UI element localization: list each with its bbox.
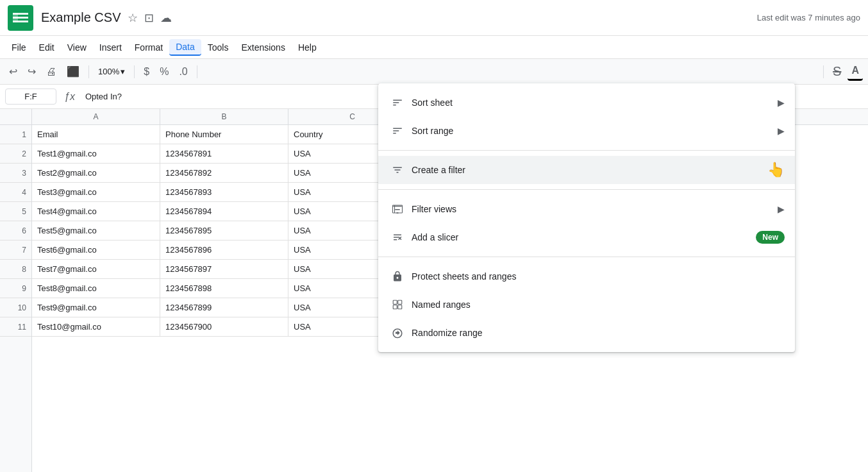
randomize-range-icon	[388, 327, 406, 339]
menu-view[interactable]: View	[61, 40, 93, 55]
menu-edit[interactable]: Edit	[33, 40, 61, 55]
cell-b9[interactable]: 1234567898	[160, 279, 288, 298]
row-3[interactable]: 3	[0, 164, 31, 183]
menu-item-sort-sheet[interactable]: Sort sheet ▶	[378, 88, 795, 117]
cell-b2[interactable]: 1234567891	[160, 144, 288, 164]
row-9[interactable]: 9	[0, 279, 31, 298]
sort-sheet-label: Sort sheet	[406, 97, 778, 108]
col-header-a[interactable]: A	[32, 109, 160, 124]
cell-a2[interactable]: Test1@gmail.co	[32, 144, 160, 164]
cell-b5[interactable]: 1234567894	[160, 202, 288, 221]
randomize-range-label: Randomize range	[406, 328, 785, 338]
row-numbers: 1 2 3 4 5 6 7 8 9 10 11	[0, 109, 32, 472]
new-badge: New	[756, 231, 785, 244]
cell-b10[interactable]: 1234567899	[160, 298, 288, 317]
named-ranges-icon	[388, 299, 406, 310]
menu-item-add-slicer[interactable]: Add a slicer New	[378, 223, 795, 251]
move-icon[interactable]: ⊡	[144, 11, 154, 25]
row-8[interactable]: 8	[0, 260, 31, 279]
toolbar-divider-1	[88, 65, 89, 78]
zoom-value: 100%	[98, 67, 119, 76]
zoom-selector[interactable]: 100% ▾	[94, 65, 129, 78]
cell-a1[interactable]: Email	[32, 125, 160, 144]
sort-sheet-arrow-icon: ▶	[778, 97, 785, 108]
cell-a5[interactable]: Test4@gmail.co	[32, 202, 160, 221]
cursor-icon: 👆	[767, 162, 785, 178]
add-slicer-label: Add a slicer	[406, 232, 756, 242]
sort-sheet-icon	[388, 97, 406, 108]
menu-file[interactable]: File	[5, 40, 33, 55]
svg-rect-11	[393, 305, 397, 309]
protect-sheets-icon	[388, 271, 406, 282]
menu-item-named-ranges[interactable]: Named ranges	[378, 291, 795, 319]
strikethrough-button[interactable]: S	[829, 62, 845, 81]
row-1[interactable]: 1	[0, 125, 31, 144]
toolbar-divider-2	[134, 65, 135, 78]
menu-item-filter-views[interactable]: Filter views ▶	[378, 195, 795, 223]
redo-button[interactable]: ↪	[24, 63, 40, 80]
menu-format[interactable]: Format	[128, 40, 169, 55]
menu-extensions[interactable]: Extensions	[235, 40, 291, 55]
cell-b4[interactable]: 1234567893	[160, 183, 288, 202]
menu-item-sort-range[interactable]: Sort range ▶	[378, 117, 795, 145]
currency-button[interactable]: $	[140, 63, 153, 80]
formula-icon: ƒx	[62, 91, 78, 103]
cell-b3[interactable]: 1234567892	[160, 164, 288, 183]
cell-a7[interactable]: Test6@gmail.co	[32, 240, 160, 260]
cell-a9[interactable]: Test8@gmail.co	[32, 279, 160, 298]
cell-a11[interactable]: Test10@gmail.co	[32, 317, 160, 337]
cell-b8[interactable]: 1234567897	[160, 260, 288, 279]
svg-rect-10	[398, 300, 402, 304]
col-header-b[interactable]: B	[160, 109, 288, 124]
last-edit-text[interactable]: Last edit was 7 minutes ago	[757, 13, 860, 22]
cell-a10[interactable]: Test9@gmail.co	[32, 298, 160, 317]
title-bar: Example CSV ☆ ⊡ ☁ Last edit was 7 minute…	[0, 0, 868, 36]
divider-2	[378, 189, 795, 190]
create-filter-label: Create a filter	[406, 165, 762, 175]
print-button[interactable]: 🖨	[42, 63, 60, 80]
protect-sheets-label: Protect sheets and ranges	[406, 271, 785, 282]
cell-b11[interactable]: 1234567900	[160, 317, 288, 337]
row-7[interactable]: 7	[0, 240, 31, 260]
star-icon[interactable]: ☆	[128, 11, 138, 25]
row-2[interactable]: 2	[0, 144, 31, 164]
menu-item-create-filter[interactable]: Create a filter 👆	[378, 156, 795, 184]
cell-a8[interactable]: Test7@gmail.co	[32, 260, 160, 279]
filter-views-icon	[388, 203, 406, 215]
title-icons: ☆ ⊡ ☁	[128, 11, 172, 25]
toolbar-divider-3	[197, 65, 197, 78]
cell-b6[interactable]: 1234567895	[160, 221, 288, 240]
menu-data[interactable]: Data	[169, 39, 201, 56]
text-color-button[interactable]: A	[847, 62, 863, 81]
cell-b1[interactable]: Phone Number	[160, 125, 288, 144]
menu-insert[interactable]: Insert	[93, 40, 128, 55]
sort-range-arrow-icon: ▶	[778, 126, 785, 136]
sort-range-icon	[388, 125, 406, 137]
menu-item-protect-sheets[interactable]: Protect sheets and ranges	[378, 262, 795, 291]
decimal-button[interactable]: .0	[175, 63, 191, 80]
row-4[interactable]: 4	[0, 183, 31, 202]
row-11[interactable]: 11	[0, 317, 31, 337]
document-title[interactable]: Example CSV	[41, 10, 121, 25]
undo-button[interactable]: ↩	[5, 63, 21, 80]
cell-a6[interactable]: Test5@gmail.co	[32, 221, 160, 240]
row-6[interactable]: 6	[0, 221, 31, 240]
named-ranges-label: Named ranges	[406, 299, 785, 310]
menu-item-randomize-range[interactable]: Randomize range	[378, 319, 795, 347]
app-logo[interactable]	[8, 5, 33, 31]
cell-a3[interactable]: Test2@gmail.co	[32, 164, 160, 183]
menu-tools[interactable]: Tools	[201, 40, 235, 55]
toolbar: ↩ ↪ 🖨 ⬛ 100% ▾ $ % .0 S A	[0, 59, 868, 85]
sort-range-label: Sort range	[406, 126, 778, 136]
cell-b7[interactable]: 1234567896	[160, 240, 288, 260]
row-10[interactable]: 10	[0, 298, 31, 317]
percent-button[interactable]: %	[156, 63, 172, 80]
data-dropdown-menu[interactable]: Sort sheet ▶ Sort range ▶ Create a filte…	[378, 83, 795, 352]
svg-rect-12	[398, 305, 402, 309]
cloud-icon[interactable]: ☁	[160, 11, 172, 25]
paint-format-button[interactable]: ⬛	[63, 63, 83, 80]
cell-reference[interactable]: F:F	[5, 88, 56, 105]
cell-a4[interactable]: Test3@gmail.co	[32, 183, 160, 202]
row-5[interactable]: 5	[0, 202, 31, 221]
menu-help[interactable]: Help	[292, 40, 323, 55]
